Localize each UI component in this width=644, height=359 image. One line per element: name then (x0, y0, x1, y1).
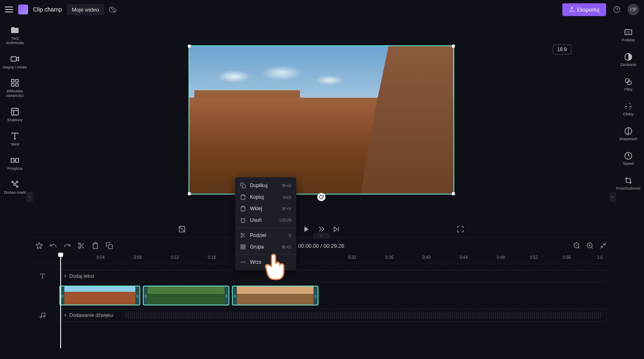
ruler-tick: 0:52 (530, 255, 538, 260)
text-track-placeholder[interactable]: +Dodaj tekst (59, 270, 607, 282)
svg-line-58 (243, 236, 245, 237)
text-icon (10, 131, 19, 141)
sidebar-item-brand[interactable]: Zestaw marki (0, 176, 30, 198)
clip-trim-right[interactable]: || (135, 286, 139, 305)
timeline-clip-2[interactable]: || || (143, 286, 229, 305)
sidebar-item-record[interactable]: Nagraj i create (0, 51, 30, 73)
ctx-split[interactable]: Podziel S (235, 230, 296, 241)
svg-line-40 (600, 246, 602, 249)
clip-trim-left[interactable]: || (233, 286, 237, 305)
zoom-fit-icon[interactable] (599, 242, 607, 249)
zoom-in-icon[interactable] (586, 242, 594, 249)
clip-trim-right[interactable]: || (224, 286, 229, 305)
hamburger-menu-icon[interactable] (5, 7, 13, 12)
resize-handle-br[interactable] (452, 192, 455, 195)
preview-canvas[interactable] (189, 45, 454, 195)
ruler-tick: 0:08 (134, 255, 142, 260)
audio-track-icon (39, 312, 46, 319)
svg-marker-22 (304, 226, 309, 232)
ctx-copy[interactable]: Kopiuj sock (235, 191, 296, 203)
timeline-clip-1[interactable]: || || (59, 286, 140, 305)
ruler-tick: 0:16 (208, 255, 216, 260)
resize-handle-bl[interactable] (188, 192, 191, 195)
delete-icon[interactable] (92, 242, 99, 249)
cc-icon: CC (624, 28, 632, 36)
svg-rect-53 (242, 195, 244, 195)
user-avatar[interactable]: CP (627, 4, 639, 15)
ctx-delete[interactable]: Usuń USUŃ (235, 214, 296, 226)
export-button[interactable]: Eksportuj (562, 3, 606, 16)
brand-icon (10, 180, 19, 189)
svg-rect-60 (243, 245, 245, 246)
duplicate-icon (240, 183, 246, 188)
clip-trim-right[interactable]: || (314, 286, 318, 305)
camera-icon (10, 54, 19, 63)
ctx-paste[interactable]: Wklej ⌘+V (235, 203, 296, 214)
sidebar-item-media[interactable]: Twój multimedia (0, 22, 30, 49)
transitions-icon (10, 156, 19, 165)
svg-rect-54 (242, 206, 244, 207)
cloud-sync-icon (109, 6, 116, 13)
svg-line-29 (82, 246, 84, 248)
svg-text:CC: CC (626, 31, 631, 34)
sidebar-item-text[interactable]: Tekst (0, 128, 30, 150)
next-frame-icon[interactable] (333, 225, 340, 233)
rsb-item-fade[interactable]: Zanikanie (618, 49, 638, 70)
svg-point-65 (244, 262, 245, 263)
library-icon (10, 78, 19, 87)
timeline-clip-3[interactable]: || || (232, 286, 318, 305)
svg-rect-14 (11, 158, 14, 162)
rsb-item-speed[interactable]: Speed (621, 148, 635, 169)
copy-tool-icon[interactable] (106, 242, 113, 249)
sidebar-item-transitions[interactable]: Przejścia (0, 153, 30, 174)
redo-icon[interactable] (64, 242, 71, 249)
undo-icon[interactable] (50, 242, 57, 249)
zoom-out-icon[interactable] (573, 242, 580, 249)
rsb-item-effects[interactable]: Efekty (621, 99, 635, 120)
paste-icon (240, 206, 246, 211)
sidebar-item-templates[interactable]: Szablony (0, 104, 30, 126)
resize-handle-tl[interactable] (188, 45, 191, 48)
right-sidebar-expand-icon[interactable] (609, 192, 616, 202)
app-logo-icon (18, 5, 28, 14)
svg-rect-8 (16, 84, 18, 86)
rsb-item-captions[interactable]: CC Podpisy (620, 25, 637, 45)
project-name[interactable]: Moje wideo (67, 4, 104, 15)
rsb-item-crop[interactable]: Przechodzenie (614, 173, 642, 194)
svg-point-64 (243, 262, 243, 263)
clip-trim-left[interactable]: || (144, 286, 148, 305)
svg-point-18 (17, 181, 18, 183)
resize-handle-tr[interactable] (452, 45, 455, 48)
ruler-tick: 1:0 (597, 255, 603, 260)
aspect-ratio-selector[interactable]: 16:9 (553, 45, 571, 54)
skip-forward-icon[interactable] (318, 225, 325, 233)
playhead[interactable] (60, 253, 61, 348)
svg-rect-5 (12, 80, 14, 82)
svg-rect-62 (243, 247, 245, 249)
ruler-tick: 0:40 (422, 255, 430, 260)
svg-rect-9 (12, 108, 19, 115)
auto-enhance-icon[interactable] (35, 242, 43, 249)
trash-icon (240, 217, 246, 223)
copy-icon (240, 194, 246, 200)
context-menu: Duplikuj ⌘+D Kopiuj sock Wklej ⌘+V Usuń … (235, 177, 296, 270)
sidebar-item-library[interactable]: Biblioteka zawartości (0, 75, 30, 101)
fullscreen-icon[interactable] (457, 225, 464, 233)
ctx-duplicate[interactable]: Duplikuj ⌘+D (235, 180, 296, 191)
group-icon (240, 244, 246, 250)
split-icon[interactable] (78, 242, 85, 249)
ctx-more[interactable]: Wrzo (235, 256, 296, 268)
ruler-tick: 0:32 (348, 255, 356, 260)
timeline-collapse-icon[interactable] (313, 233, 330, 239)
rotate-handle-icon[interactable] (317, 193, 326, 201)
svg-point-26 (78, 243, 80, 245)
help-icon[interactable] (611, 4, 623, 15)
safe-zone-icon[interactable] (178, 225, 186, 233)
audio-track-placeholder[interactable]: +Dodawanie dźwięku (59, 309, 607, 322)
play-button-icon[interactable] (303, 225, 310, 233)
svg-line-39 (604, 243, 606, 245)
timeline-ruler[interactable]: 0 0:04 0:08 0:12 0:16 0:20 0:32 0:36 0:4… (30, 253, 613, 264)
ctx-group[interactable]: Grupa ⌘+G (235, 241, 296, 253)
rsb-item-adjust[interactable]: skarpetach (618, 124, 639, 144)
rsb-item-filters[interactable]: Filtry (623, 74, 634, 95)
